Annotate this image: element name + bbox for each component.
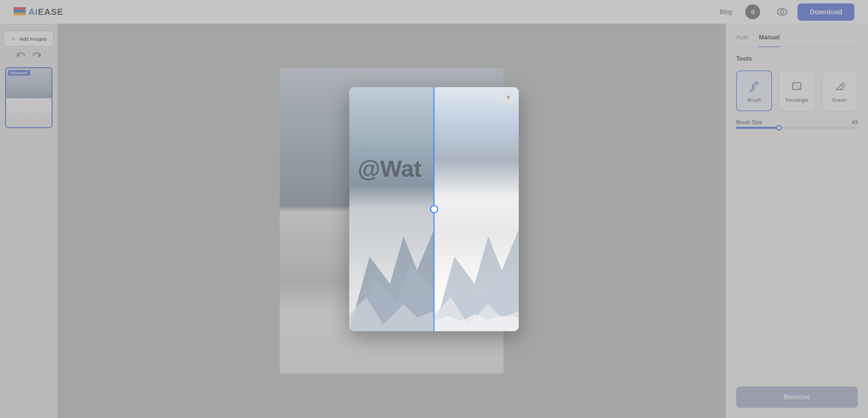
- comparison-modal: × @Wat: [349, 87, 519, 331]
- svg-marker-15: [434, 314, 519, 331]
- left-mountain-svg: [349, 160, 434, 331]
- right-mountain-svg: [434, 160, 519, 331]
- modal-close-button[interactable]: ×: [502, 92, 514, 103]
- modal-processed-half: [434, 87, 519, 331]
- modal-overlay: × @Wat: [0, 0, 868, 418]
- divider-handle[interactable]: [430, 205, 438, 213]
- close-icon: ×: [507, 94, 510, 101]
- modal-original-half: @Wat: [349, 87, 434, 331]
- comparison-divider[interactable]: [434, 87, 435, 331]
- left-watermark: @Wat: [358, 155, 421, 182]
- modal-image-container[interactable]: @Wat: [349, 87, 519, 331]
